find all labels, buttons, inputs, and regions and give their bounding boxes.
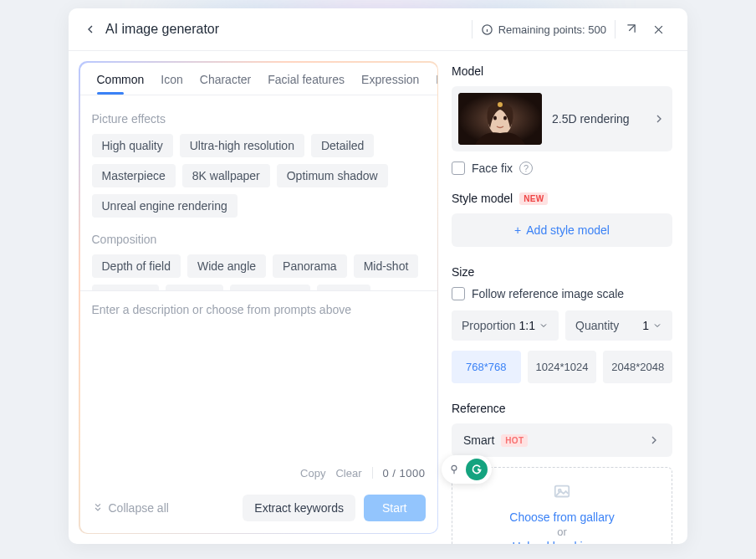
smart-label: Smart	[463, 433, 494, 447]
proportion-select[interactable]: Proportion 1:1	[452, 310, 559, 341]
svg-point-10	[498, 102, 503, 107]
style-title-text: Style model	[452, 192, 513, 205]
floating-widget[interactable]	[442, 455, 492, 484]
chip-panorama[interactable]: Panorama	[273, 254, 347, 278]
image-icon	[461, 483, 663, 505]
info-icon	[481, 23, 493, 36]
dimension-options: 768*768 1024*1024 2048*2048	[452, 351, 672, 383]
face-fix-option[interactable]: Face fix ?	[452, 162, 672, 175]
chevron-down-icon	[652, 321, 662, 331]
points-text: Remaining points: 500	[498, 23, 606, 36]
svg-point-13	[452, 465, 457, 470]
tab-icon[interactable]: Icon	[152, 63, 191, 95]
divider	[372, 467, 373, 479]
quantity-select[interactable]: Quantity 1	[565, 310, 672, 341]
svg-point-9	[503, 116, 507, 121]
quantity-value: 1	[642, 319, 649, 332]
description-box: Copy Clear 0 / 1000	[80, 290, 437, 488]
copy-button[interactable]: Copy	[300, 467, 325, 480]
chip-optimum-shadow[interactable]: Optimum shadow	[277, 164, 388, 187]
tab-character[interactable]: Character	[192, 63, 259, 95]
group-title-composition: Composition	[92, 233, 426, 246]
collapse-icon	[92, 502, 104, 514]
chip-depth-of-field[interactable]: Depth of field	[92, 254, 181, 278]
chip-profile[interactable]: Profile	[317, 285, 370, 290]
external-icon	[624, 23, 636, 36]
collapse-label: Collapse all	[109, 501, 169, 515]
description-input[interactable]	[92, 303, 426, 467]
app-window: AI image generator Remaining points: 500…	[69, 8, 687, 544]
tab-facial[interactable]: Facial features	[259, 63, 353, 95]
dropzone-or: or	[461, 526, 663, 538]
pin-icon	[446, 461, 462, 478]
checkbox-icon	[452, 162, 465, 175]
new-badge: NEW	[519, 192, 548, 205]
model-title: Model	[452, 64, 672, 78]
chip-8k-wallpaper[interactable]: 8K wallpaper	[182, 164, 270, 187]
char-counter: 0 / 1000	[383, 467, 426, 480]
close-icon	[652, 23, 665, 36]
model-select-card[interactable]: 2.5D rendering	[452, 86, 672, 151]
dim-2048[interactable]: 2048*2048	[603, 351, 672, 383]
tab-common[interactable]: Common	[89, 63, 153, 95]
checkbox-icon	[452, 287, 465, 300]
chip-unreal-engine[interactable]: Unreal engine rendering	[92, 194, 238, 218]
chip-upper-body[interactable]: Upper body	[230, 285, 310, 290]
left-panel: Common Icon Character Facial features Ex…	[79, 61, 438, 534]
chip-ultra-high-resolution[interactable]: Ultra-high resolution	[180, 134, 304, 157]
svg-line-3	[629, 24, 635, 30]
grammarly-icon[interactable]	[466, 459, 488, 480]
chip-high-quality[interactable]: High quality	[92, 134, 173, 157]
model-thumbnail	[458, 93, 542, 145]
effects-chips: High quality Ultra-high resolution Detai…	[92, 134, 426, 218]
extract-keywords-button[interactable]: Extract keywords	[243, 495, 355, 521]
dim-768[interactable]: 768*768	[452, 351, 521, 383]
follow-scale-option[interactable]: Follow reference image scale	[452, 287, 672, 300]
chevron-right-icon	[647, 433, 661, 447]
start-button[interactable]: Start	[364, 495, 426, 521]
proportion-label: Proportion	[462, 319, 516, 332]
bottom-bar: Collapse all Extract keywords Start	[80, 488, 437, 533]
close-button[interactable]	[644, 23, 672, 36]
page-title: AI image generator	[105, 22, 472, 37]
chip-detailed[interactable]: Detailed	[311, 134, 374, 157]
quantity-label: Quantity	[575, 319, 619, 332]
choose-gallery-link[interactable]: Choose from gallary	[461, 510, 663, 524]
face-fix-label: Face fix	[472, 162, 513, 175]
open-external-button[interactable]	[616, 23, 644, 36]
size-title: Size	[452, 265, 672, 279]
clear-button[interactable]: Clear	[335, 467, 361, 480]
back-button[interactable]	[84, 23, 97, 36]
collapse-all-button[interactable]: Collapse all	[92, 501, 169, 515]
svg-point-8	[493, 116, 497, 121]
add-style-label: Add style model	[526, 223, 610, 237]
help-icon[interactable]: ?	[519, 162, 533, 175]
titlebar: AI image generator Remaining points: 500	[69, 8, 687, 51]
composition-chips: Depth of field Wide angle Panorama Mid-s…	[92, 254, 426, 290]
follow-scale-label: Follow reference image scale	[472, 287, 624, 300]
chevron-right-icon	[652, 112, 666, 126]
add-style-button[interactable]: + Add style model	[452, 213, 672, 247]
tab-hair[interactable]: Hair	[427, 63, 437, 95]
dim-1024[interactable]: 1024*1024	[528, 351, 597, 383]
smart-option[interactable]: Smart HOT	[452, 423, 672, 457]
reference-title: Reference	[452, 402, 672, 415]
proportion-value: 1:1	[519, 319, 535, 332]
chip-wide-angle[interactable]: Wide angle	[187, 254, 266, 278]
desc-actions: Copy Clear 0 / 1000	[92, 467, 426, 480]
style-title: Style model NEW	[452, 192, 672, 205]
chevron-down-icon	[539, 321, 549, 331]
prompts-area: Picture effects High quality Ultra-high …	[80, 95, 437, 290]
model-label: 2.5D rendering	[552, 112, 642, 126]
points-indicator: Remaining points: 500	[472, 20, 616, 38]
hot-badge: HOT	[501, 434, 528, 447]
group-title-effects: Picture effects	[92, 112, 426, 126]
tab-expression[interactable]: Expression	[353, 63, 427, 95]
prompt-tabs: Common Icon Character Facial features Ex…	[80, 63, 437, 95]
chip-masterpiece[interactable]: Masterpiece	[92, 164, 176, 187]
chip-close-up[interactable]: Close-up	[92, 285, 159, 290]
upload-local-link[interactable]: Upload local image	[461, 540, 663, 544]
chip-mid-shot[interactable]: Mid-shot	[354, 254, 419, 278]
plus-icon: +	[514, 223, 521, 237]
chip-portrait[interactable]: Portrait	[166, 285, 223, 290]
